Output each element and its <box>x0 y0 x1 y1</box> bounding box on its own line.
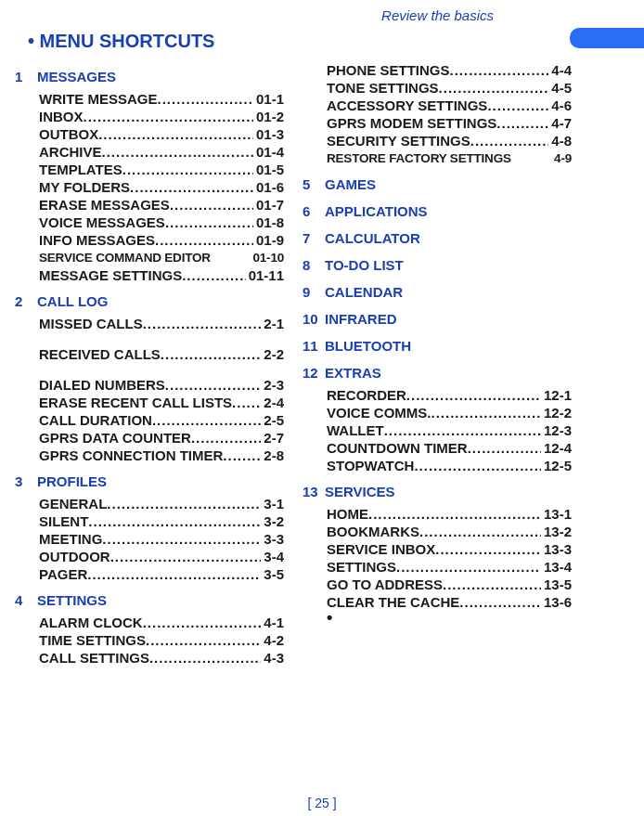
menu-item: SERVICE INBOX13-3 <box>327 540 572 558</box>
leader-dots <box>87 565 261 583</box>
leader-dots <box>122 161 253 178</box>
section-number: 6 <box>303 203 325 219</box>
menu-item-code: 13-6 <box>541 593 572 611</box>
section-name: PROFILES <box>37 473 107 489</box>
section-heading: 10INFRARED <box>303 311 572 327</box>
menu-item-label: GO TO ADDRESS <box>327 576 443 593</box>
menu-item-code: 12-4 <box>541 439 572 457</box>
menu-item-code: 01-11 <box>246 266 284 284</box>
section-items: WRITE MESSAGE01-1INBOX01-2OUTBOX01-3ARCH… <box>39 90 284 284</box>
section-number: 5 <box>303 176 325 192</box>
section-items: GENERAL3-1SILENT3-2MEETING3-3OUTDOOR3-4P… <box>39 495 284 583</box>
leader-dots <box>496 114 548 132</box>
menu-item-code: 4-3 <box>261 649 284 667</box>
section-name: APPLICATIONS <box>325 203 428 219</box>
section-heading: 12EXTRAS <box>303 365 572 381</box>
menu-item-label: MEETING <box>39 530 102 548</box>
menu-item: TEMPLATES01-5 <box>39 161 284 178</box>
leader-dots <box>384 421 541 439</box>
menu-item-code: 2-2 <box>261 345 284 363</box>
menu-item: MEETING3-3 <box>39 530 284 548</box>
menu-item-label: SERVICE COMMAND EDITOR <box>39 249 211 266</box>
doc-header: Review the basics <box>11 7 494 23</box>
section-number: 11 <box>303 338 325 354</box>
menu-item-code: 13-5 <box>541 576 572 593</box>
menu-item-label: TONE SETTINGS <box>327 79 439 97</box>
main-heading: • MENU SHORTCUTS <box>28 31 633 52</box>
section-heading: 1MESSAGES <box>15 69 284 84</box>
leader-dots <box>459 593 541 611</box>
menu-item-label: ALARM CLOCK <box>39 614 143 631</box>
section-heading: 2CALL LOG <box>15 293 284 309</box>
menu-item: GPRS MODEM SETTINGS4-7 <box>327 114 572 132</box>
leader-dots <box>439 79 549 97</box>
leader-dots <box>165 214 253 231</box>
menu-item-code: 4-4 <box>548 61 572 79</box>
menu-item-code: 01-6 <box>253 178 284 196</box>
menu-item-code: 12-1 <box>541 386 572 404</box>
section-heading: 3PROFILES <box>15 473 284 489</box>
menu-item-code: 01-3 <box>253 125 284 143</box>
menu-item: PHONE SETTINGS4-4 <box>327 61 572 79</box>
menu-item: MY FOLDERS01-6 <box>39 178 284 196</box>
section-number: 10 <box>303 311 325 327</box>
leader-dots <box>84 108 253 125</box>
menu-item: CALL SETTINGS4-3 <box>39 649 284 667</box>
menu-item: OUTDOOR3-4 <box>39 548 284 565</box>
menu-item: RECEIVED CALLS2-2 <box>39 345 284 363</box>
menu-item-label: SETTINGS <box>327 558 396 576</box>
menu-item-label: RECORDER <box>327 386 406 404</box>
menu-item-code: 3-3 <box>261 530 284 548</box>
leader-dots <box>468 439 541 457</box>
menu-item-label: WALLET <box>327 421 384 439</box>
menu-item: HOME13-1 <box>327 505 572 523</box>
menu-item-code: 12-2 <box>541 404 572 421</box>
menu-item: CALL DURATION2-5 <box>39 411 284 429</box>
menu-item-code: 4-8 <box>548 132 572 149</box>
menu-item-label: GENERAL <box>39 495 107 512</box>
document-page: Review the basics • MENU SHORTCUTS 1MESS… <box>0 0 644 816</box>
menu-item: SERVICE COMMAND EDITOR01-10 <box>39 249 284 266</box>
menu-item-label: OUTBOX <box>39 125 98 143</box>
menu-item-label: MESSAGE SETTINGS <box>39 266 182 284</box>
section-name: EXTRAS <box>325 365 381 381</box>
menu-item: GPRS DATA COUNTER2-7 <box>39 429 284 447</box>
menu-item: BOOKMARKS13-2 <box>327 523 572 540</box>
menu-item: VOICE COMMS.12-2 <box>327 404 572 421</box>
menu-item: SECURITY SETTINGS4-8 <box>327 132 572 149</box>
leader-dots <box>110 548 262 565</box>
columns: 1MESSAGESWRITE MESSAGE01-1INBOX01-2OUTBO… <box>11 61 633 668</box>
menu-item-label: COUNTDOWN TIMER <box>327 439 468 457</box>
menu-item: RESTORE FACTORY SETTINGS4-9 <box>327 149 572 167</box>
section-number: 9 <box>303 284 325 300</box>
menu-item-label: TIME SETTINGS <box>39 631 146 649</box>
leader-dots <box>419 523 541 540</box>
leader-dots <box>149 649 261 667</box>
section-number: 4 <box>15 592 37 608</box>
menu-item-code: 13-2 <box>541 523 572 540</box>
leader-dots <box>155 231 253 249</box>
menu-item: GPRS CONNECTION TIMER2-8 <box>39 447 284 464</box>
menu-item-label: HOME <box>327 505 368 523</box>
menu-item-code: 4-2 <box>261 631 284 649</box>
section-name: CALENDAR <box>325 284 403 300</box>
menu-item-code: 2-8 <box>261 447 284 464</box>
menu-item-label: SILENT <box>39 512 88 530</box>
leader-dots <box>107 495 261 512</box>
page-number: [ 25 ] <box>0 796 644 810</box>
section-number: 7 <box>303 230 325 246</box>
menu-item: COUNTDOWN TIMER12-4 <box>327 439 572 457</box>
section-items: PHONE SETTINGS4-4TONE SETTINGS4-5ACCESSO… <box>327 61 572 167</box>
menu-item-code: 4-5 <box>548 79 572 97</box>
menu-item-code: 2-3 <box>261 376 284 394</box>
menu-item: DIALED NUMBERS2-3 <box>39 376 284 394</box>
menu-item: SETTINGS13-4 <box>327 558 572 576</box>
menu-item-code: 01-9 <box>253 231 284 249</box>
menu-item-label: ERASE RECENT CALL LISTS <box>39 394 232 411</box>
section-name: CALL LOG <box>37 293 108 309</box>
menu-item-code: 2-5 <box>261 411 284 429</box>
menu-item: INFO MESSAGES01-9 <box>39 231 284 249</box>
menu-item-code: 3-5 <box>261 565 284 583</box>
menu-item: WALLET12-3 <box>327 421 572 439</box>
menu-item-code: 2-7 <box>261 429 284 447</box>
